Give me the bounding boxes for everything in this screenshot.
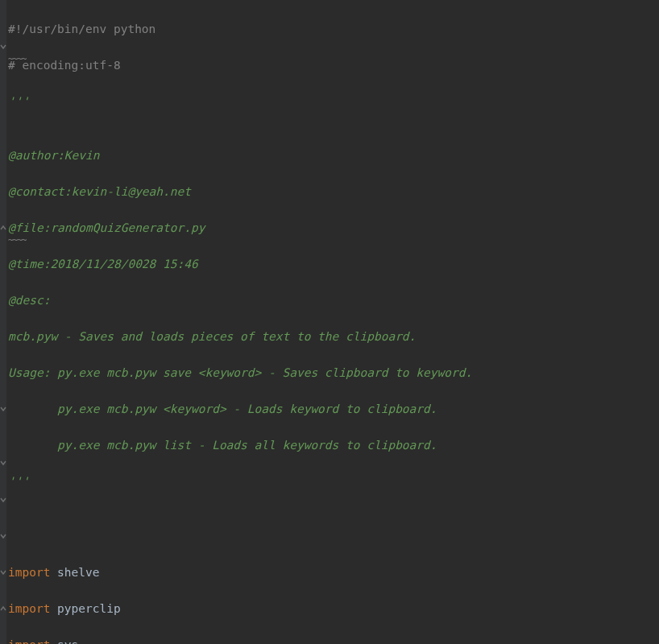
docstring-line: @file:randomQuizGenerator.py — [8, 221, 205, 234]
fold-toggle-icon[interactable] — [0, 38, 6, 56]
import-keyword: import — [8, 566, 50, 579]
docstring-line: py.exe mcb.pyw <keyword> - Loads keyword… — [8, 402, 437, 415]
docstring-line: @time:2018/11/28/0028 15:46 — [8, 258, 198, 270]
fold-toggle-icon[interactable] — [0, 454, 6, 473]
fold-toggle-icon[interactable] — [0, 491, 6, 510]
shebang-line: #!/usr/bin/env python — [8, 23, 155, 35]
docstring-line: Usage: py.exe mcb.pyw save <keyword> - S… — [8, 366, 472, 379]
fold-toggle-icon[interactable] — [0, 400, 6, 419]
gutter — [0, 0, 6, 644]
docstring-line: @desc: — [8, 294, 50, 307]
docstring-close: ''' — [8, 475, 29, 488]
code-editor[interactable]: #!/usr/bin/env python # encoding:utf-8 '… — [0, 0, 659, 644]
fold-toggle-icon[interactable] — [0, 219, 6, 237]
import-keyword: import — [8, 602, 50, 615]
docstring-line: mcb.pyw - Saves and loads pieces of text… — [8, 330, 416, 343]
fold-toggle-icon[interactable] — [0, 527, 6, 546]
docstring-open: ''' — [8, 95, 29, 108]
docstring-line: @contact:kevin-li@yeah.net — [8, 185, 191, 198]
import-module: pyperclip — [50, 602, 120, 615]
import-keyword: import — [8, 638, 50, 645]
squiggly-underline: ~~~~ — [8, 232, 27, 250]
fold-toggle-icon[interactable] — [0, 564, 6, 582]
import-module: shelve — [50, 566, 99, 579]
docstring-line: @author:Kevin — [8, 149, 100, 162]
docstring-line: py.exe mcb.pyw list - Loads all keywords… — [8, 439, 437, 452]
import-module: sys — [50, 638, 78, 645]
squiggly-underline: ~~~~ — [8, 51, 27, 69]
fold-toggle-icon[interactable] — [0, 600, 6, 618]
